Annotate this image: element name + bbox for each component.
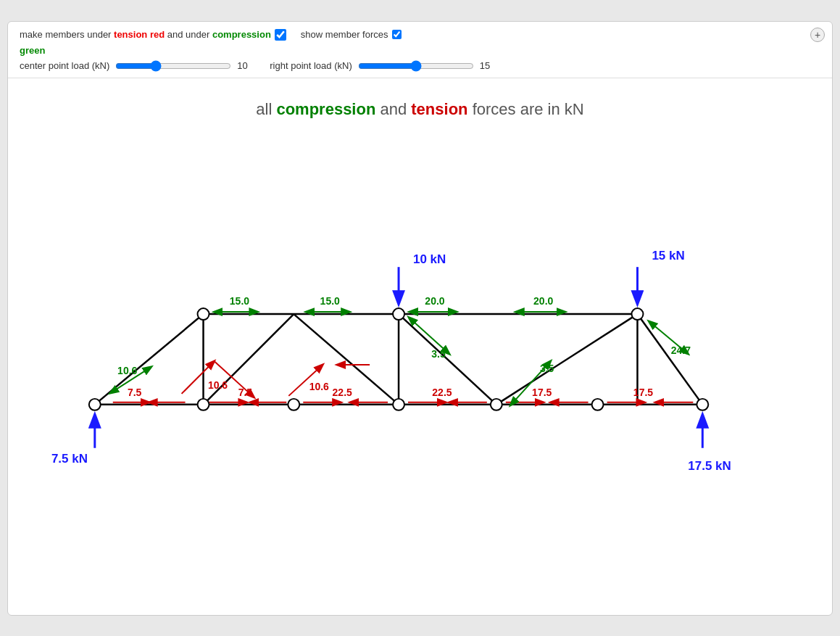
force-label-diag4: 3.5 bbox=[540, 362, 554, 373]
node-F bbox=[592, 398, 604, 410]
center-load-value: 10 bbox=[237, 60, 255, 71]
load-10kn: 10 kN bbox=[413, 252, 446, 266]
force-label-diag2: 10.6 bbox=[309, 380, 329, 392]
tension-color-checkbox[interactable] bbox=[275, 29, 286, 41]
force-label-fg: 17.5 bbox=[633, 386, 653, 397]
node-A bbox=[89, 398, 101, 410]
show-forces-label: show member forces bbox=[301, 29, 388, 40]
node-J bbox=[631, 308, 643, 320]
reaction-17.5kn: 17.5 kN bbox=[688, 458, 731, 472]
force-label-de: 22.5 bbox=[432, 386, 452, 397]
tension-color-control: make members under tension red and under… bbox=[20, 29, 286, 41]
node-E bbox=[491, 398, 502, 410]
tension-red-label: tension red bbox=[114, 29, 165, 40]
load-15kn: 15 kN bbox=[652, 249, 684, 263]
right-load-slider[interactable] bbox=[358, 60, 474, 72]
tension-label: make members under tension red and under… bbox=[20, 29, 271, 40]
force-label-cd: 22.5 bbox=[333, 386, 352, 397]
node-C bbox=[288, 398, 299, 410]
force-label-ah: 10.6 bbox=[117, 364, 137, 376]
force-label-htop2: 15.0 bbox=[320, 295, 340, 307]
center-load-slider[interactable] bbox=[115, 60, 231, 72]
right-load-label: right point load (kN) bbox=[270, 60, 352, 71]
force-label-ab: 7.5 bbox=[128, 386, 142, 397]
force-label-right-rafter: 24.7 bbox=[671, 344, 691, 355]
svg-line-16 bbox=[496, 314, 638, 405]
force-label-diag1: 10.6 bbox=[208, 379, 228, 390]
reaction-7.5kn: 7.5 kN bbox=[51, 451, 88, 465]
center-load-label: center point load (kN) bbox=[20, 60, 109, 71]
canvas-area: all compression and tension forces are i… bbox=[8, 78, 832, 615]
node-D bbox=[393, 398, 404, 410]
force-label-diag3: 3.5 bbox=[431, 347, 446, 359]
force-label-htop1: 15.0 bbox=[230, 295, 249, 307]
controls-row-3: center point load (kN) 10 right point lo… bbox=[20, 60, 820, 72]
app-container: make members under tension red and under… bbox=[7, 21, 833, 616]
node-B bbox=[198, 398, 209, 410]
green-label: green bbox=[20, 45, 45, 56]
node-H bbox=[198, 308, 209, 320]
force-label-top3: 20.0 bbox=[425, 295, 444, 307]
force-label-ef: 17.5 bbox=[532, 386, 552, 397]
controls-row-1: make members under tension red and under… bbox=[20, 29, 820, 41]
controls-bar: make members under tension red and under… bbox=[8, 22, 832, 78]
show-forces-control: show member forces bbox=[301, 29, 402, 40]
force-label-bc: 7.5 bbox=[238, 386, 253, 397]
force-label-top4: 20.0 bbox=[533, 295, 553, 307]
show-forces-checkbox[interactable] bbox=[392, 30, 402, 39]
compression-green-label: compression bbox=[212, 29, 271, 40]
controls-row-2: green bbox=[20, 45, 820, 56]
right-load-slider-group: right point load (kN) 15 bbox=[270, 60, 497, 72]
svg-line-6 bbox=[95, 314, 204, 405]
node-I bbox=[393, 308, 404, 320]
truss-diagram: 7.5 7.5 22.5 22.5 17.5 17.5 10.6 bbox=[8, 78, 832, 615]
right-load-value: 15 bbox=[480, 60, 498, 71]
center-load-slider-group: center point load (kN) 10 bbox=[20, 60, 255, 72]
node-G bbox=[696, 398, 708, 410]
plus-button[interactable]: + bbox=[810, 28, 825, 42]
